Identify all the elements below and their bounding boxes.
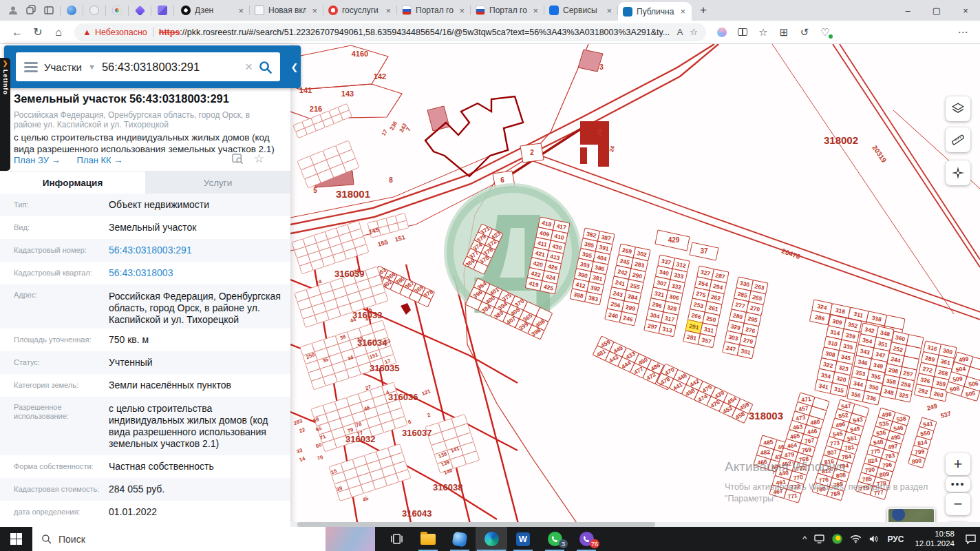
action-center-icon[interactable] xyxy=(966,534,976,544)
read-aloud-icon[interactable]: A xyxy=(677,27,683,37)
tab-close-icon[interactable]: × xyxy=(384,6,392,16)
parcel-cluster[interactable]: 3272872542942752622532612662502913312813… xyxy=(683,266,729,348)
attribute-value[interactable]: 56:43:0318003:291 xyxy=(109,245,282,256)
parcel-cluster[interactable]: 3373123403333073323213062963283043172973… xyxy=(644,255,690,337)
menu-icon[interactable] xyxy=(24,62,38,72)
start-button[interactable] xyxy=(0,527,32,551)
viber-taskbar-button[interactable]: 76 xyxy=(571,527,602,551)
search-icon[interactable] xyxy=(259,61,272,74)
volume-icon[interactable] xyxy=(869,534,880,543)
parcel-cluster[interactable]: 4704484424754394544594784414584744764534… xyxy=(657,363,754,424)
minimize-icon[interactable]: – xyxy=(893,0,922,21)
plan-link-1[interactable]: План ЗУ → xyxy=(14,155,61,165)
zoom-in-button[interactable]: + xyxy=(946,453,970,475)
browser-tab-3[interactable]: госуслуги лич× xyxy=(323,0,397,21)
workspaces-icon[interactable] xyxy=(23,3,39,18)
split-screen-icon[interactable] xyxy=(732,23,753,42)
parcel-number: 465 xyxy=(789,432,800,440)
tab-close-icon[interactable]: × xyxy=(310,6,319,16)
address-bar[interactable]: ▲ Небезопасно https ://pkk.rosreestr.ru/… xyxy=(74,23,706,41)
zoom-out-button[interactable]: − xyxy=(946,493,970,515)
home-icon[interactable]: ⌂ xyxy=(48,23,69,42)
locate-button[interactable] xyxy=(946,160,970,185)
collapse-panel-icon[interactable]: ❮ xyxy=(290,58,299,76)
horizontal-scrollbar[interactable] xyxy=(290,522,980,527)
panel-tab-information[interactable]: Информация xyxy=(0,171,145,194)
ring-icon[interactable] xyxy=(109,3,125,18)
vertical-tabs-icon[interactable] xyxy=(41,3,57,18)
globe-icon[interactable] xyxy=(63,3,80,18)
browser-tab-2[interactable]: Новая вкладк× xyxy=(250,0,323,21)
favorites-icon[interactable]: ☆ xyxy=(753,23,774,42)
collections-icon[interactable]: ⊞ xyxy=(774,23,794,42)
clear-search-icon[interactable]: × xyxy=(245,59,253,74)
attribute-row: Категория земель:Земли населённых пункто… xyxy=(0,374,290,397)
browser-tab-7[interactable]: Публичная ка× xyxy=(618,2,692,21)
clock[interactable]: 10:58 12.01.2024 xyxy=(915,530,955,548)
divider xyxy=(128,6,129,16)
url-text: ://pkk.rosreestr.ru/#/search/51.22326707… xyxy=(180,28,670,37)
tab-close-icon[interactable]: × xyxy=(605,6,613,16)
new-tab-button[interactable]: + xyxy=(694,1,712,19)
settings-more-icon[interactable]: ⋯ xyxy=(952,23,973,42)
edge-taskbar-button[interactable] xyxy=(476,527,507,551)
panel-tab-services[interactable]: Услуги xyxy=(145,171,290,194)
layers-button[interactable] xyxy=(946,96,970,121)
attribute-value[interactable]: 56:43:0318003 xyxy=(109,267,282,279)
word-taskbar-button[interactable]: W xyxy=(507,527,539,551)
parcel-cluster[interactable]: 2693022452832422902412552432842562992402… xyxy=(605,244,650,326)
favorite-star-icon[interactable]: ☆ xyxy=(690,27,698,37)
parcel-cluster[interactable] xyxy=(329,444,411,501)
tiles-icon[interactable] xyxy=(154,3,171,18)
wifi-icon[interactable] xyxy=(850,534,862,543)
antivirus-tray-icon[interactable] xyxy=(832,534,842,544)
search-input[interactable] xyxy=(102,61,239,74)
back-icon[interactable]: ← xyxy=(7,23,28,42)
parcel-cluster[interactable] xyxy=(293,104,352,138)
close-icon[interactable]: × xyxy=(951,0,980,21)
browser-tab-1[interactable]: Дзен× xyxy=(176,0,250,21)
letinfo-extension-tab[interactable]: ❯ LetInfo xyxy=(0,58,10,171)
parcel-cluster[interactable]: 541550814799800 xyxy=(908,417,937,468)
task-view-button[interactable] xyxy=(381,527,412,551)
tab-close-icon[interactable]: × xyxy=(237,6,245,16)
plan-link-2[interactable]: План КК → xyxy=(77,155,123,165)
chevron-down-icon[interactable]: ▼ xyxy=(88,63,96,71)
history-icon[interactable]: ↺ xyxy=(794,23,815,42)
parcel-cluster[interactable]: 3302632852652772702802953292763032792473… xyxy=(723,277,768,359)
maximize-icon[interactable]: ▢ xyxy=(922,0,951,21)
scrollbar-thumb[interactable] xyxy=(297,522,655,527)
task-view-icon xyxy=(391,533,403,545)
measure-button[interactable] xyxy=(946,127,970,152)
language-indicator[interactable]: РУС xyxy=(887,534,904,544)
favorite-parcel-star-icon[interactable]: ☆ xyxy=(254,152,264,166)
tab-close-icon[interactable]: × xyxy=(458,6,466,16)
photos-taskbar-button[interactable] xyxy=(444,527,476,551)
search-highlight-art xyxy=(326,527,375,551)
search-category-dropdown[interactable]: Участки xyxy=(44,61,82,73)
diamond-icon[interactable] xyxy=(131,3,148,18)
explorer-taskbar-button[interactable] xyxy=(412,527,444,551)
profile-icon[interactable] xyxy=(5,3,21,18)
notification-badge: 76 xyxy=(590,539,599,548)
parcel-number: 508 xyxy=(949,385,960,393)
parcel-cluster[interactable] xyxy=(292,220,369,273)
browser-tab-5[interactable]: Портал госуд× xyxy=(471,0,544,21)
taskbar-search[interactable]: Поиск xyxy=(32,527,375,551)
display-tray-icon[interactable] xyxy=(814,534,824,543)
parcel-cluster[interactable] xyxy=(425,414,480,472)
more-tools-button[interactable]: ••• xyxy=(946,477,970,492)
browser-tab-6[interactable]: Сервисы× xyxy=(544,0,618,21)
preview-document-icon[interactable] xyxy=(232,154,244,167)
essentials-icon[interactable]: ♡ xyxy=(815,23,835,42)
parcel-number: 548 xyxy=(873,438,884,446)
tab-close-icon[interactable]: × xyxy=(679,6,687,17)
copilot-icon[interactable] xyxy=(712,23,732,42)
cadastral-map[interactable]: Д418417409410411430421413420426422424419… xyxy=(290,44,980,527)
refresh-icon[interactable]: ↻ xyxy=(28,23,48,42)
smiley-icon[interactable] xyxy=(86,3,103,18)
whatsapp-taskbar-button[interactable]: 3 xyxy=(539,527,571,551)
browser-tab-4[interactable]: Портал госуд× xyxy=(397,0,471,21)
tab-close-icon[interactable]: × xyxy=(531,6,540,16)
hidden-icons-chevron[interactable]: ^ xyxy=(802,534,807,544)
